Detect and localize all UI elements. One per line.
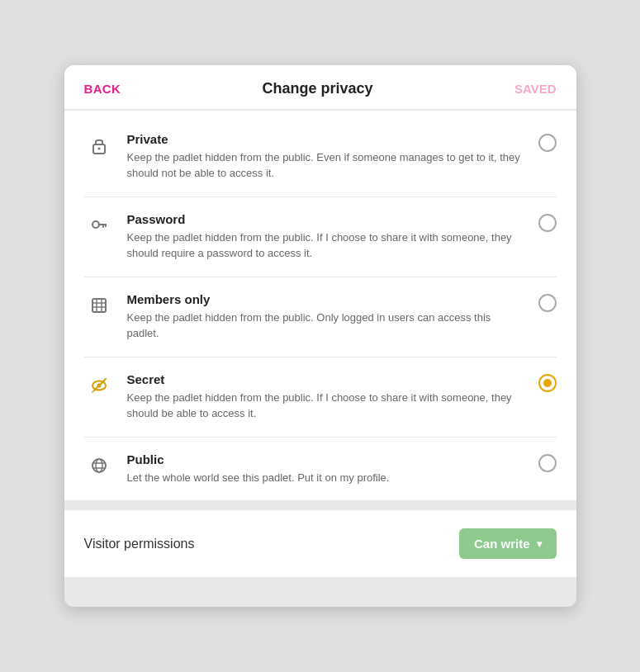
- chevron-down-icon: ▾: [537, 538, 542, 550]
- option-members-content: Members only Keep the padlet hidden from…: [127, 292, 525, 342]
- radio-members[interactable]: [538, 294, 557, 312]
- option-password-content: Password Keep the padlet hidden from the…: [127, 212, 525, 262]
- lock-icon: [84, 134, 114, 157]
- option-secret-content: Secret Keep the padlet hidden from the p…: [127, 372, 525, 422]
- radio-private[interactable]: [538, 134, 557, 152]
- members-icon: [84, 294, 114, 317]
- svg-point-12: [92, 459, 106, 472]
- phone-frame: BACK Change privacy SAVED Private Keep t…: [64, 65, 576, 608]
- option-secret-desc: Keep the padlet hidden from the public. …: [127, 390, 525, 422]
- option-public-title: Public: [127, 452, 525, 466]
- option-public-radio[interactable]: [538, 454, 557, 472]
- svg-point-1: [97, 147, 100, 149]
- svg-point-13: [96, 459, 102, 472]
- option-secret-radio[interactable]: [538, 374, 557, 392]
- option-public[interactable]: Public Let the whole world see this padl…: [84, 438, 557, 501]
- option-public-content: Public Let the whole world see this padl…: [127, 452, 525, 486]
- option-password-radio[interactable]: [538, 214, 557, 232]
- section-divider: [64, 500, 576, 510]
- can-write-button[interactable]: Can write ▾: [459, 528, 557, 559]
- option-members-radio[interactable]: [538, 294, 557, 312]
- option-secret-title: Secret: [127, 372, 525, 386]
- option-members-desc: Keep the padlet hidden from the public. …: [127, 310, 525, 342]
- option-private[interactable]: Private Keep the padlet hidden from the …: [84, 117, 557, 197]
- option-password-desc: Keep the padlet hidden from the public. …: [127, 230, 525, 262]
- svg-rect-3: [92, 299, 106, 312]
- option-password-title: Password: [127, 212, 525, 226]
- radio-public[interactable]: [538, 454, 557, 472]
- privacy-options-list: Private Keep the padlet hidden from the …: [64, 117, 576, 501]
- option-secret[interactable]: Secret Keep the padlet hidden from the p…: [84, 357, 557, 438]
- radio-secret[interactable]: [538, 374, 557, 392]
- svg-line-11: [92, 391, 93, 392]
- bottom-bar: [64, 577, 576, 607]
- back-button[interactable]: BACK: [84, 82, 121, 96]
- eye-off-icon: [84, 374, 114, 397]
- option-members[interactable]: Members only Keep the padlet hidden from…: [84, 277, 557, 357]
- radio-secret-inner: [543, 379, 552, 387]
- can-write-label: Can write: [474, 537, 530, 551]
- header-divider: [64, 109, 576, 111]
- globe-icon: [84, 454, 114, 477]
- option-private-content: Private Keep the padlet hidden from the …: [127, 132, 525, 182]
- visitor-permissions-label: Visitor permissions: [84, 537, 195, 551]
- page-title: Change privacy: [262, 80, 372, 97]
- option-password[interactable]: Password Keep the padlet hidden from the…: [84, 197, 557, 277]
- key-icon: [84, 214, 114, 237]
- option-members-title: Members only: [127, 292, 525, 306]
- option-private-title: Private: [127, 132, 525, 146]
- option-public-desc: Let the whole world see this padlet. Put…: [127, 470, 525, 486]
- radio-password[interactable]: [538, 214, 557, 232]
- visitor-permissions-section: Visitor permissions Can write ▾: [64, 510, 576, 577]
- option-private-radio[interactable]: [538, 134, 557, 152]
- option-private-desc: Keep the padlet hidden from the public. …: [127, 149, 525, 182]
- header: BACK Change privacy SAVED: [64, 65, 576, 109]
- saved-label: SAVED: [514, 82, 557, 96]
